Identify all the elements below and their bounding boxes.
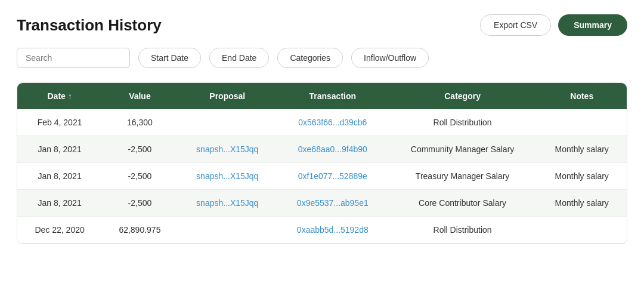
cell-proposal [178,109,277,136]
cell-category: Core Contributor Salary [388,190,537,217]
cell-value: -2,500 [102,190,177,217]
cell-notes [537,109,627,136]
page-header: Transaction History Export CSV Summary [17,14,627,36]
cell-proposal[interactable]: snapsh...X15Jqq [178,190,277,217]
col-proposal: Proposal [178,83,277,109]
cell-value: 16,300 [102,109,177,136]
cell-proposal[interactable]: snapsh...X15Jqq [178,163,277,190]
cell-value: -2,500 [102,163,177,190]
cell-category: Roll Distribution [388,217,537,244]
cell-category: Treasury Manager Salary [388,163,537,190]
search-input[interactable] [17,48,130,68]
table-row: Jan 8, 2021-2,500snapsh...X15Jqq0x9e5537… [17,190,627,217]
cell-proposal[interactable]: snapsh...X15Jqq [178,136,277,163]
filters-row: Start Date End Date Categories Inflow/Ou… [17,48,627,68]
header-buttons: Export CSV Summary [480,14,627,36]
cell-value: 62,890.975 [102,217,177,244]
col-transaction: Transaction [277,83,388,109]
cell-date: Dec 22, 2020 [17,217,102,244]
cell-notes: Monthly salary [537,136,627,163]
cell-value: -2,500 [102,136,177,163]
cell-notes: Monthly salary [537,163,627,190]
table-header: Date ↑ Value Proposal Transaction Catego… [17,83,627,109]
cell-notes: Monthly salary [537,190,627,217]
col-category: Category [388,83,537,109]
col-date[interactable]: Date ↑ [17,83,102,109]
cell-transaction[interactable]: 0x9e5537...ab95e1 [277,190,388,217]
cell-category: Community Manager Salary [388,136,537,163]
table-row: Feb 4, 202116,3000x563f66...d39cb6Roll D… [17,109,627,136]
categories-button[interactable]: Categories [277,48,343,68]
cell-transaction[interactable]: 0x563f66...d39cb6 [277,109,388,136]
cell-proposal [178,217,277,244]
cell-transaction[interactable]: 0xaabb5d...5192d8 [277,217,388,244]
table-row: Jan 8, 2021-2,500snapsh...X15Jqq0xe68aa0… [17,136,627,163]
cell-category: Roll Distribution [388,109,537,136]
end-date-button[interactable]: End Date [209,48,269,68]
cell-notes [537,217,627,244]
cell-transaction[interactable]: 0xe68aa0...9f4b90 [277,136,388,163]
cell-date: Jan 8, 2021 [17,190,102,217]
cell-date: Jan 8, 2021 [17,136,102,163]
col-notes: Notes [537,83,627,109]
start-date-button[interactable]: Start Date [138,48,201,68]
inflow-outflow-button[interactable]: Inflow/Outflow [351,48,429,68]
page-title: Transaction History [17,16,162,35]
table-body: Feb 4, 202116,3000x563f66...d39cb6Roll D… [17,109,627,244]
table-row: Jan 8, 2021-2,500snapsh...X15Jqq0xf1e077… [17,163,627,190]
transaction-table-container: Date ↑ Value Proposal Transaction Catego… [17,82,627,244]
cell-date: Jan 8, 2021 [17,163,102,190]
transaction-table: Date ↑ Value Proposal Transaction Catego… [17,83,627,244]
cell-date: Feb 4, 2021 [17,109,102,136]
cell-transaction[interactable]: 0xf1e077...52889e [277,163,388,190]
col-value: Value [102,83,177,109]
export-csv-button[interactable]: Export CSV [480,14,551,36]
table-row: Dec 22, 202062,890.9750xaabb5d...5192d8R… [17,217,627,244]
summary-button[interactable]: Summary [558,14,627,36]
